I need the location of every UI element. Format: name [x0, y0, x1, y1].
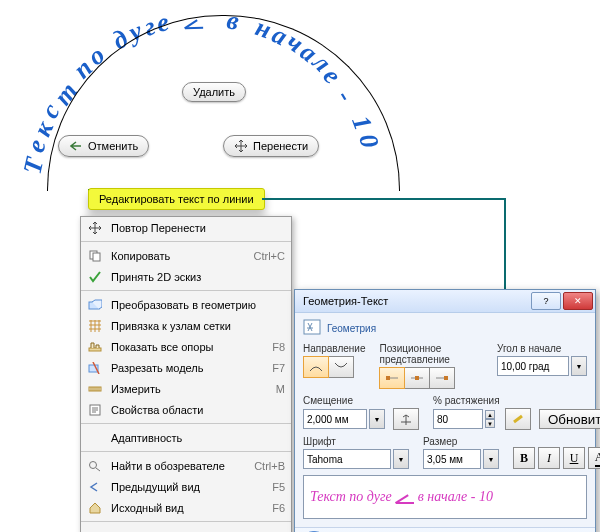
text-tab-icon	[303, 319, 321, 337]
menu-accept-2d-sketch[interactable]: Принять 2D эскиз	[81, 266, 291, 287]
slice-icon	[85, 360, 105, 376]
italic-button[interactable]: I	[538, 447, 560, 469]
font-select[interactable]	[303, 449, 391, 469]
delete-label: Удалить	[193, 86, 235, 98]
context-menu: Повтор Перенести Копировать Ctrl+C Приня…	[80, 216, 292, 532]
position-end-button[interactable]	[430, 367, 455, 389]
back-arrow-icon	[69, 139, 83, 153]
close-window-button[interactable]: ✕	[563, 292, 593, 310]
move-label: Перенести	[253, 140, 308, 152]
supports-icon	[85, 339, 105, 355]
stretch-label: % растяжения	[433, 395, 600, 406]
help-window-button[interactable]: ?	[531, 292, 561, 310]
edit-text-on-line-label: Редактировать текст по линии	[99, 193, 254, 205]
position-start-button[interactable]	[379, 367, 405, 389]
move-button[interactable]: Перенести	[223, 135, 319, 157]
search-icon	[85, 458, 105, 474]
angle-icon	[396, 491, 414, 504]
menu-home-view[interactable]: Исходный вид F6	[81, 497, 291, 518]
grid-snap-icon	[85, 318, 105, 334]
direction-convex-button[interactable]	[303, 356, 329, 378]
svg-rect-10	[415, 376, 419, 380]
menu-help-topics[interactable]: Разделы справки... ▶	[81, 525, 291, 532]
geometry-tab[interactable]: Геометрия	[327, 323, 376, 334]
svg-point-7	[90, 461, 97, 468]
menu-adaptivity[interactable]: Адаптивность	[81, 427, 291, 448]
stretch-input[interactable]	[433, 409, 483, 429]
start-angle-dropdown[interactable]: ▼	[571, 356, 587, 376]
geometry-text-dialog: Геометрия-Текст ? ✕ Геометрия Направлени…	[294, 289, 596, 532]
edit-text-on-line-button[interactable]: Редактировать текст по линии	[88, 188, 265, 210]
geometry-icon	[85, 297, 105, 313]
font-label: Шрифт	[303, 436, 409, 447]
offset-dropdown[interactable]: ▼	[369, 409, 385, 429]
posrep-label: Позиционное представление	[379, 343, 483, 365]
arc-text-char: е	[20, 136, 52, 157]
delete-button[interactable]: Удалить	[182, 82, 246, 102]
menu-snap-grid[interactable]: Привязка к узлам сетки	[81, 315, 291, 336]
previous-view-icon	[85, 479, 105, 495]
check-icon	[85, 269, 105, 285]
dialog-titlebar[interactable]: Геометрия-Текст ? ✕	[295, 290, 595, 313]
arc-text-char: Т	[18, 155, 51, 177]
measure-icon	[85, 381, 105, 397]
move-icon	[85, 220, 105, 236]
svg-rect-11	[444, 376, 448, 380]
menu-slice-model[interactable]: Разрезать модель F7	[81, 357, 291, 378]
size-label: Размер	[423, 436, 499, 447]
menu-previous-view[interactable]: Предыдущий вид F5	[81, 476, 291, 497]
offset-label: Смещение	[303, 395, 419, 406]
menu-measure[interactable]: Измерить M	[81, 378, 291, 399]
text-color-button[interactable]: A	[588, 447, 600, 469]
move-icon	[234, 139, 248, 153]
stretch-spinner[interactable]: ▲▼	[485, 410, 495, 428]
callout-connector	[504, 198, 506, 301]
menu-convert-geometry[interactable]: Преобразовать в геометрию	[81, 294, 291, 315]
offset-flip-button[interactable]	[393, 408, 419, 430]
cancel-scene-label: Отменить	[88, 140, 138, 152]
cancel-scene-button[interactable]: Отменить	[58, 135, 149, 157]
font-dropdown[interactable]: ▼	[393, 449, 409, 469]
direction-concave-button[interactable]	[329, 356, 354, 378]
menu-copy[interactable]: Копировать Ctrl+C	[81, 245, 291, 266]
dialog-title: Геометрия-Текст	[303, 295, 529, 307]
size-input[interactable]	[423, 449, 481, 469]
size-dropdown[interactable]: ▼	[483, 449, 499, 469]
copy-icon	[85, 248, 105, 264]
svg-rect-3	[89, 348, 101, 351]
svg-rect-1	[93, 253, 100, 261]
svg-rect-8	[304, 320, 320, 334]
text-preview[interactable]: Текст по дуге в начале - 10	[303, 475, 587, 519]
underline-button[interactable]: U	[563, 447, 585, 469]
bold-button[interactable]: B	[513, 447, 535, 469]
menu-show-supports[interactable]: Показать все опоры F8	[81, 336, 291, 357]
svg-rect-9	[386, 376, 390, 380]
offset-input[interactable]	[303, 409, 367, 429]
callout-connector	[262, 198, 506, 200]
menu-region-properties[interactable]: Свойства области	[81, 399, 291, 420]
home-view-icon	[85, 500, 105, 516]
start-angle-input[interactable]	[497, 356, 569, 376]
menu-find-in-browser[interactable]: Найти в обозревателе Ctrl+B	[81, 455, 291, 476]
direction-label: Направление	[303, 343, 365, 354]
update-button[interactable]: Обновить	[539, 409, 600, 429]
highlight-toggle-button[interactable]	[505, 408, 531, 430]
direction-toggle[interactable]	[303, 356, 365, 378]
menu-repeat-move[interactable]: Повтор Перенести	[81, 217, 291, 238]
position-toggle[interactable]	[379, 367, 483, 389]
region-props-icon	[85, 402, 105, 418]
position-mid-button[interactable]	[405, 367, 430, 389]
start-angle-label: Угол в начале	[497, 343, 587, 354]
